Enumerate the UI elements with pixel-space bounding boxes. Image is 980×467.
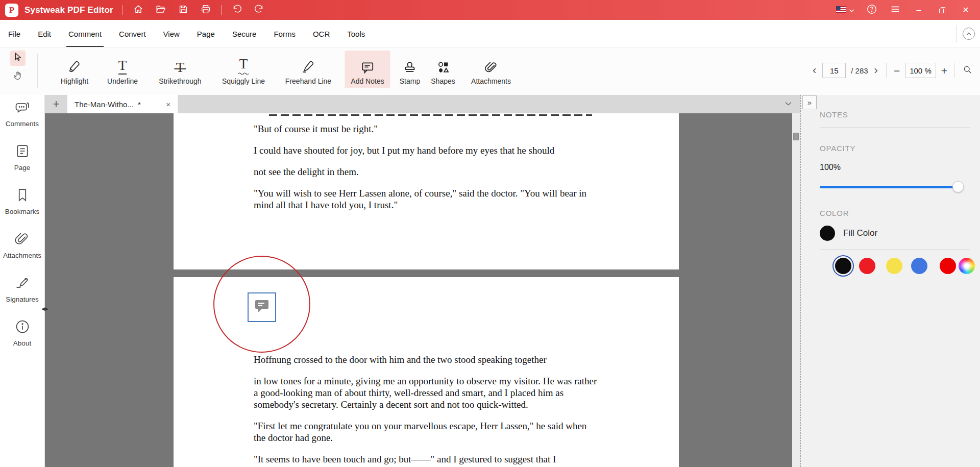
select-tool-button[interactable] xyxy=(10,51,26,66)
print-button[interactable] xyxy=(200,4,212,16)
bookmark-icon xyxy=(14,187,31,205)
freehand-line-tool-button[interactable]: Freehand Line xyxy=(279,51,337,88)
chevron-down-icon xyxy=(849,6,854,15)
page-navigation: ‹ 15 / 283 › − 100 % + xyxy=(812,63,973,78)
fill-color-label: Fill Color xyxy=(843,228,877,238)
stamp-tool-button[interactable]: Stamp xyxy=(394,51,426,88)
expand-panel-button[interactable]: » xyxy=(802,95,817,109)
tab-close-button[interactable]: × xyxy=(164,100,173,109)
swatch-red-2[interactable] xyxy=(940,258,956,274)
sidebar-item-comments[interactable]: Comments xyxy=(6,99,39,128)
menu-file[interactable]: File xyxy=(6,20,22,47)
open-file-button[interactable] xyxy=(155,4,167,16)
zoom-out-button[interactable]: − xyxy=(894,65,900,76)
swatch-black[interactable] xyxy=(835,258,851,274)
shapes-tool-button[interactable]: Shapes xyxy=(425,51,461,88)
home-button[interactable] xyxy=(132,4,144,16)
zoom-in-button[interactable]: + xyxy=(941,65,947,76)
attachments-tool-button[interactable]: Attachments xyxy=(465,51,517,88)
app-logo: P xyxy=(5,4,18,17)
paragraph: Hoffnung crossed to the door with him an… xyxy=(254,354,597,365)
swatch-custom-color-wheel[interactable] xyxy=(959,258,975,274)
hand-tool-button[interactable] xyxy=(10,69,26,84)
underline-tool-button[interactable]: T Underline xyxy=(101,51,144,88)
close-icon: ✕ xyxy=(962,6,969,14)
zoom-level-input[interactable]: 100 % xyxy=(905,63,936,78)
app-title: Systweak PDF Editor xyxy=(24,5,113,15)
hamburger-icon xyxy=(890,4,901,17)
add-notes-tool-button[interactable]: Add Notes xyxy=(345,51,390,88)
menu-edit[interactable]: Edit xyxy=(36,20,53,47)
search-button[interactable] xyxy=(962,64,973,77)
menu-comment[interactable]: Comment xyxy=(66,20,104,47)
redo-button[interactable] xyxy=(253,4,265,16)
help-icon xyxy=(866,4,877,17)
sidebar-item-signatures[interactable]: Signatures xyxy=(6,275,39,303)
restore-button[interactable] xyxy=(936,4,948,16)
strikethrough-tool-button[interactable]: T Strikethrough xyxy=(153,51,207,88)
swatch-red[interactable] xyxy=(859,258,875,274)
underline-icon: T xyxy=(118,54,127,75)
sidebar-item-bookmarks[interactable]: Bookmarks xyxy=(5,187,40,215)
tabbar: + The-Man-Witho... * × xyxy=(45,95,800,113)
document-tab[interactable]: The-Man-Witho... * × xyxy=(67,95,178,113)
us-flag-icon xyxy=(836,6,846,15)
info-icon xyxy=(14,318,31,337)
opacity-slider[interactable] xyxy=(820,181,962,192)
menu-view[interactable]: View xyxy=(161,20,182,47)
paragraph: not see the delight in them. xyxy=(254,166,597,178)
menu-forms[interactable]: Forms xyxy=(272,20,298,47)
tab-list-dropdown[interactable] xyxy=(785,99,792,108)
next-page-button[interactable]: › xyxy=(873,65,879,76)
sidebar-item-page[interactable]: Page xyxy=(14,143,31,171)
menu-tools[interactable]: Tools xyxy=(345,20,367,47)
note-bubble-icon xyxy=(360,54,375,75)
titlebar: P Systweak PDF Editor xyxy=(0,0,980,20)
red-circle-annotation[interactable] xyxy=(213,256,310,353)
menu-secure[interactable]: Secure xyxy=(230,20,259,47)
language-selector[interactable] xyxy=(836,6,854,15)
opacity-label: OPACITY xyxy=(820,144,970,153)
help-button[interactable] xyxy=(866,4,878,16)
document-canvas[interactable]: "But of course it must be right." I coul… xyxy=(45,113,800,467)
vertical-scrollbar[interactable] xyxy=(792,113,800,467)
unsaved-indicator: * xyxy=(138,100,141,109)
new-tab-button[interactable]: + xyxy=(45,95,67,113)
menu-page[interactable]: Page xyxy=(195,20,217,47)
page-panel-icon xyxy=(14,143,31,161)
stamp-icon xyxy=(403,54,417,75)
sidebar-resize-handle[interactable]: ◀▶ xyxy=(41,306,48,311)
shapes-icon xyxy=(436,54,450,75)
nav-divider xyxy=(886,63,887,78)
signature-pen-icon xyxy=(14,275,30,293)
slider-handle[interactable] xyxy=(952,181,964,192)
color-label: COLOR xyxy=(820,209,970,217)
paragraph: "You will wish to see Herr Lassen alone,… xyxy=(254,187,597,211)
restore-icon xyxy=(939,7,945,13)
color-swatches xyxy=(818,257,970,277)
menu-convert[interactable]: Convert xyxy=(117,20,148,47)
squiggly-line-tool-button[interactable]: T Squiggly Line xyxy=(216,51,271,88)
sidebar-item-attachments[interactable]: Attachments xyxy=(3,231,41,259)
prev-page-button[interactable]: ‹ xyxy=(812,65,817,76)
collapse-ribbon-button[interactable] xyxy=(963,28,975,40)
page-number-input[interactable]: 15 xyxy=(822,63,846,78)
minimize-icon: – xyxy=(917,6,921,14)
sidebar-item-about[interactable]: About xyxy=(13,318,31,347)
menubar-divider xyxy=(956,25,957,42)
app-menu-button[interactable] xyxy=(889,4,901,16)
scrollbar-thumb[interactable] xyxy=(793,133,799,140)
titlebar-divider xyxy=(221,5,222,15)
paragraph: in low tones for a minute, giving me an … xyxy=(254,375,597,410)
swatch-yellow[interactable] xyxy=(886,258,902,274)
opacity-value: 100% xyxy=(820,163,970,172)
save-button[interactable] xyxy=(177,4,189,16)
undo-button[interactable] xyxy=(231,4,243,16)
menu-ocr[interactable]: OCR xyxy=(311,20,332,47)
swatch-blue[interactable] xyxy=(911,258,927,274)
minimize-button[interactable]: – xyxy=(913,4,925,16)
pen-icon xyxy=(301,54,316,75)
close-button[interactable]: ✕ xyxy=(960,4,972,16)
highlight-tool-button[interactable]: Highlight xyxy=(55,51,94,88)
fill-color-row[interactable]: Fill Color xyxy=(820,226,970,241)
